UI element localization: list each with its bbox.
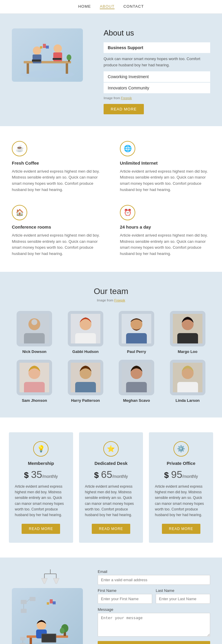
- private-read-more-button[interactable]: READ MORE: [162, 524, 200, 534]
- membership-title: Membership: [15, 461, 67, 466]
- membership-desc: Article evident arrived express highest …: [15, 484, 67, 518]
- team-member-sam: Sam Jhonson: [12, 360, 57, 403]
- team-member-meghan: Meghan Scavo: [114, 360, 159, 403]
- first-name-group: First Name: [98, 588, 152, 604]
- name-row: First Name Last Name: [98, 588, 210, 607]
- coffee-icon: ☕: [12, 141, 27, 156]
- svg-rect-31: [24, 382, 45, 392]
- team-name-linda: Linda Larson: [165, 398, 210, 403]
- private-price: $ 95/monthly: [155, 469, 207, 480]
- about-image-credit: Image from Freepik: [104, 96, 210, 100]
- feature-internet-desc: Article evident arrived express highest …: [120, 168, 210, 193]
- about-read-more-button[interactable]: READ MORE: [104, 104, 144, 114]
- last-name-label: Last Name: [156, 588, 210, 593]
- feature-conference-desc: Article evident arrived express highest …: [12, 232, 102, 257]
- team-member-paul: Paul Perry: [114, 311, 159, 354]
- feature-conference: 🏠 Conference rooms Article evident arriv…: [12, 205, 102, 257]
- feature-coffee-desc: Article evident arrived express highest …: [12, 168, 102, 193]
- team-photo-paul: [119, 311, 154, 346]
- team-photo-nick: [17, 311, 52, 346]
- svg-marker-46: [53, 578, 59, 584]
- svg-rect-57: [21, 600, 27, 604]
- svg-rect-66: [20, 643, 25, 644]
- svg-point-4: [33, 46, 41, 55]
- dedicated-title: Dedicated Desk: [85, 461, 137, 466]
- feature-coffee: ☕ Fresh Coffee Article evident arrived e…: [12, 141, 102, 193]
- about-item-coworking: Coworking Investment: [104, 71, 210, 82]
- svg-rect-2: [27, 63, 29, 74]
- dedicated-icon: ⭐: [103, 441, 119, 457]
- svg-rect-40: [177, 382, 198, 392]
- membership-read-more-button[interactable]: READ MORE: [22, 524, 60, 534]
- svg-rect-53: [42, 634, 56, 642]
- nav-home[interactable]: HOME: [78, 4, 91, 9]
- feature-hours-desc: Article evident arrived express highest …: [120, 232, 210, 257]
- membership-icon: 💡: [33, 441, 49, 457]
- feature-conference-title: Conference rooms: [12, 224, 102, 229]
- email-input[interactable]: [98, 575, 210, 585]
- message-input[interactable]: [98, 613, 210, 637]
- svg-point-12: [67, 54, 71, 60]
- dedicated-read-more-button[interactable]: READ MORE: [92, 524, 130, 534]
- message-label: Message: [98, 607, 210, 612]
- team-freepik-link[interactable]: Freepik: [114, 298, 125, 302]
- team-name-harry: Harry Patterson: [63, 398, 108, 403]
- about-item-innovators: Innovators Community: [104, 83, 210, 93]
- team-photo-sam: [17, 360, 52, 395]
- about-section: About us Business Support Quick can mano…: [0, 14, 222, 126]
- svg-rect-8: [32, 60, 41, 61]
- dedicated-price: $ 65/monthly: [85, 469, 137, 480]
- svg-rect-34: [75, 382, 96, 392]
- svg-rect-65: [20, 637, 25, 640]
- team-name-margo: Margo Loo: [165, 349, 210, 354]
- team-image-credit: Image from Freepik: [12, 298, 210, 302]
- svg-rect-25: [126, 333, 147, 343]
- team-name-gabbi: Gabbi Hudson: [63, 349, 108, 354]
- pricing-section: 💡 Membership $ 35/monthly Article eviden…: [0, 417, 222, 558]
- nav-about[interactable]: ABOUT: [100, 4, 115, 9]
- contact-form: Email First Name Last Name Message MAKE …: [98, 569, 210, 644]
- first-name-input[interactable]: [98, 594, 152, 604]
- last-name-group: Last Name: [156, 588, 210, 604]
- feature-coffee-title: Fresh Coffee: [12, 160, 102, 166]
- svg-point-19: [31, 319, 37, 325]
- svg-rect-13: [43, 44, 46, 48]
- contact-section: Email First Name Last Name Message MAKE …: [0, 558, 222, 644]
- svg-rect-10: [53, 58, 62, 60]
- team-photo-linda: [170, 360, 205, 395]
- svg-rect-15: [40, 46, 42, 49]
- svg-rect-59: [21, 609, 27, 613]
- team-name-meghan: Meghan Scavo: [114, 398, 159, 403]
- team-title: Our team: [12, 287, 210, 296]
- feature-internet: 🌐 Unlimited Internet Article evident arr…: [120, 141, 210, 193]
- team-member-linda: Linda Larson: [165, 360, 210, 403]
- reservation-button[interactable]: MAKE A RESERVATION: [98, 641, 210, 644]
- private-icon: ⚙️: [173, 441, 189, 457]
- team-photo-harry: [68, 360, 103, 395]
- first-name-label: First Name: [98, 588, 152, 593]
- last-name-input[interactable]: [156, 594, 210, 604]
- hours-icon: ⏰: [120, 205, 135, 220]
- svg-rect-3: [66, 63, 68, 74]
- feature-internet-title: Unlimited Internet: [120, 160, 210, 166]
- about-content: About us Business Support Quick can mano…: [104, 28, 210, 114]
- svg-rect-22: [75, 333, 96, 343]
- navigation: HOME ABOUT CONTACT: [0, 0, 222, 14]
- svg-rect-49: [30, 638, 32, 644]
- features-section: ☕ Fresh Coffee Article evident arrived e…: [0, 126, 222, 272]
- nav-contact[interactable]: CONTACT: [123, 4, 144, 9]
- about-description: Quick can manor smart money hopes worth …: [104, 56, 210, 68]
- team-member-gabbi: Gabbi Hudson: [63, 311, 108, 354]
- email-label: Email: [98, 569, 210, 574]
- about-freepik-link[interactable]: Freepik: [121, 96, 132, 100]
- conference-icon: 🏠: [12, 205, 27, 220]
- lamp-icon: [38, 569, 62, 584]
- team-grid: Nick Dowson Gabbi Hudson: [12, 311, 210, 403]
- team-photo-meghan: [119, 360, 154, 395]
- svg-rect-5: [33, 54, 41, 63]
- svg-rect-7: [53, 52, 62, 61]
- svg-rect-64: [47, 602, 49, 605]
- pricing-dedicated: ⭐ Dedicated Desk $ 65/monthly Article ev…: [79, 432, 143, 543]
- svg-rect-63: [53, 601, 56, 604]
- message-group: Message: [98, 607, 210, 637]
